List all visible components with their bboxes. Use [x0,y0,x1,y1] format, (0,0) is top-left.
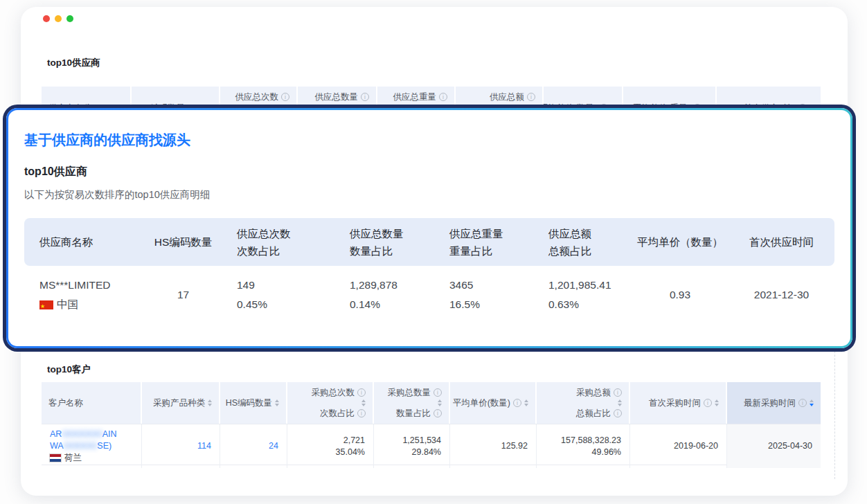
column-header-supply-times: 供应总次数次数占比 [237,226,350,258]
purchase-qty-value: 1,251,534 [402,435,441,447]
column-label: 供应总额 [490,91,524,102]
column-label: 采购总数量 [388,387,431,398]
china-flag-icon [39,300,53,309]
column-label: 首次采购时间 [649,397,701,408]
highlight-panel-content: 基于供应商的供应商找源头 top10供应商 以下为按贸易次数排序的top10供应… [8,110,850,346]
purchase-times-value: 2,721 [343,435,365,447]
panel-description: 以下为按贸易次数排序的top10供应商明细 [24,188,850,201]
info-icon[interactable] [527,93,535,101]
redacted-text: OOOOO [64,441,98,451]
info-icon[interactable] [434,388,442,397]
column-header-hs-count[interactable]: HS编码数量 [220,382,287,424]
purchase-amount-share: 49.96% [592,447,621,458]
supply-qty-share: 0.14% [350,297,449,312]
sort-icon-active-descending[interactable] [810,399,814,406]
supply-weight-value: 3465 [449,278,548,293]
supply-times-cell: 149 0.45% [237,278,350,312]
customer-name-link[interactable]: WAOOOOOSE) [50,440,111,452]
customer-country: 荷兰 [64,452,82,464]
supply-times-share: 0.45% [237,297,350,312]
column-header-product-types[interactable]: 采购产品种类 [142,382,220,424]
first-purchase-date-cell: 2019-06-20 [630,424,727,468]
customer-name-link[interactable]: AROOOOOOAIN [50,429,117,440]
column-sublabel: 总额占比 [576,408,611,419]
sort-icon[interactable] [438,399,442,406]
supply-qty-cell: 1,289,878 0.14% [350,278,449,312]
column-sublabel: 次数占比 [320,408,355,419]
column-label: 供应总重量 [393,91,437,102]
panel-subtitle: top10供应商 [24,164,850,179]
column-label: HS编码数量 [226,397,272,408]
info-icon[interactable] [614,409,622,417]
info-icon[interactable] [439,93,447,101]
column-header-first-purchase-date[interactable]: 首次采购时间 [630,382,727,424]
sort-icon[interactable] [524,399,528,406]
purchase-qty-cell: 1,251,534 29.84% [374,424,450,468]
column-label: 供应总数量 [315,91,359,102]
column-header-supply-qty: 供应总数量数量占比 [350,226,449,258]
avg-price-cell: 0.93 [632,278,729,312]
column-header-customer-name: 客户名称 [42,382,142,424]
supplier-name-cell: MS***LIMITED 中国 [39,278,129,312]
sort-icon[interactable] [715,399,719,406]
supply-times-value: 149 [237,278,350,293]
purchase-amount-cell: 157,588,328.23 49.96% [537,424,630,468]
latest-purchase-date-cell: 2025-04-30 [727,424,821,468]
info-icon[interactable] [357,409,366,417]
info-icon[interactable] [704,399,712,407]
first-supply-date-cell: 2021-12-30 [729,278,834,312]
highlight-panel: 基于供应商的供应商找源头 top10供应商 以下为按贸易次数排序的top10供应… [6,108,852,348]
column-label: 客户名称 [48,397,83,408]
minimize-window-button[interactable] [55,15,62,22]
supplier-section-title: top10供应商 [47,57,100,69]
panel-table-row: MS***LIMITED 中国 17 149 0.45% 1,289,878 0… [24,278,834,312]
redacted-text: OOOOOO [62,429,102,439]
sort-icon[interactable] [275,399,279,406]
column-label: 供应总次数 [235,91,279,102]
supply-weight-share: 16.5% [449,297,548,312]
info-icon[interactable] [513,399,521,407]
customer-name-cell[interactable]: AROOOOOOAIN WAOOOOOSE) 荷兰 [42,424,142,468]
avg-price-cell: 125.92 [450,424,537,468]
panel-table-header: 供应商名称 HS编码数量 供应总次数次数占比 供应总数量数量占比 供应总重量重量… [24,218,834,266]
sort-icon[interactable] [618,399,622,406]
maximize-window-button[interactable] [66,15,73,22]
purchase-amount-value: 157,588,328.23 [561,435,621,447]
info-icon[interactable] [614,388,622,397]
column-header-purchase-amount[interactable]: 采购总额 总额占比 [537,382,630,424]
panel-title: 基于供应商的供应商找源头 [24,131,850,149]
column-header-supply-weight: 供应总重量重量占比 [449,226,548,258]
column-header-avg-price-qty[interactable]: 平均单价(数量) [450,382,537,424]
hs-count-link[interactable]: 24 [269,440,278,452]
column-label: 采购总额 [576,387,611,398]
purchase-times-share: 35.04% [336,447,365,458]
info-icon[interactable] [434,409,442,417]
supplier-country: 中国 [57,297,78,312]
column-label: 采购总次数 [312,387,355,398]
column-header-purchase-qty[interactable]: 采购总数量 数量占比 [374,382,450,424]
column-label: 采购产品种类 [153,397,205,408]
info-icon[interactable] [357,388,366,397]
supply-weight-cell: 3465 16.5% [449,278,548,312]
column-header-supplier-name: 供应商名称 [39,235,129,249]
supplier-name: MS***LIMITED [39,278,129,293]
supply-amount-share: 0.63% [548,297,632,312]
customer-table-header: 客户名称 采购产品种类 HS编码数量 采购总次数 次数占比 采购总数量 [42,382,821,424]
product-types-cell[interactable]: 114 [142,424,220,468]
column-header-first-supply-date: 首次供应时间 [729,235,834,249]
hs-count-cell[interactable]: 24 [220,424,287,468]
netherlands-flag-icon [50,454,61,462]
sort-icon[interactable] [361,399,366,406]
sort-icon[interactable] [208,399,212,406]
close-window-button[interactable] [43,15,50,22]
info-icon[interactable] [281,93,289,101]
info-icon[interactable] [361,93,369,101]
info-icon[interactable] [798,399,807,407]
column-label: 平均单价(数量) [453,397,510,408]
column-header-latest-purchase-date[interactable]: 最新采购时间 [727,382,821,424]
supply-qty-value: 1,289,878 [350,278,449,293]
product-types-link[interactable]: 114 [197,440,211,452]
page: top10供应商 供应商名称 HS编码数量 供应总次数 次数占比 供应总数量 [0,0,867,504]
purchase-qty-share: 29.84% [412,447,441,458]
column-header-purchase-times[interactable]: 采购总次数 次数占比 [287,382,374,424]
